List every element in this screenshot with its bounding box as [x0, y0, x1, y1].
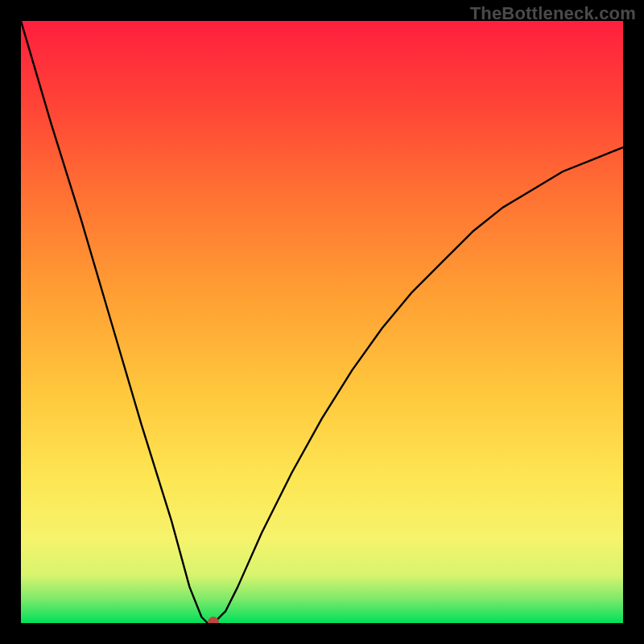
- bottleneck-curve: [21, 21, 623, 623]
- chart-frame: TheBottleneck.com: [0, 0, 644, 644]
- plot-area: [21, 21, 623, 623]
- curve-svg: [21, 21, 623, 623]
